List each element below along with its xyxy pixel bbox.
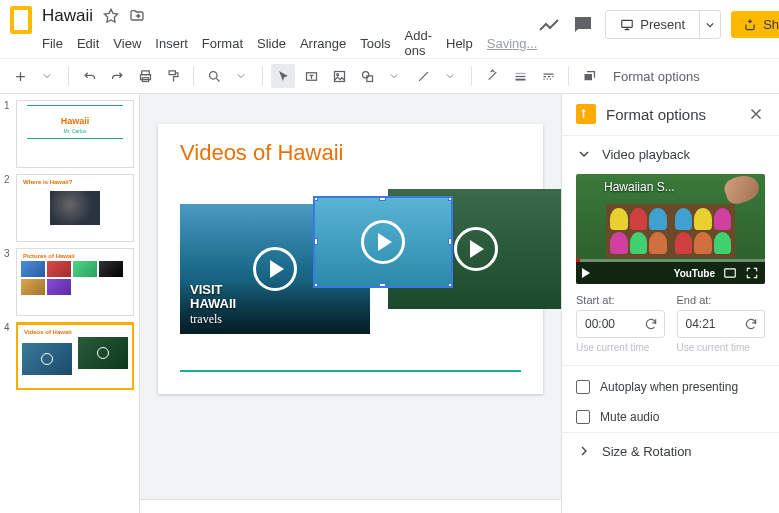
- separator: [193, 66, 194, 86]
- svg-point-9: [362, 71, 368, 77]
- start-time-input[interactable]: 00:00: [576, 310, 665, 338]
- use-current-hint[interactable]: Use current time: [677, 342, 766, 353]
- slide-thumbnails: 1 Hawaii Mr. Carlos 2 Where is Hawaii? 3…: [0, 94, 140, 513]
- resize-handle-ne[interactable]: [448, 196, 453, 201]
- line-tool[interactable]: [411, 64, 435, 88]
- resize-handle-w[interactable]: [313, 238, 318, 245]
- thumb-number: 4: [4, 322, 12, 390]
- star-icon[interactable]: [103, 8, 119, 24]
- crop-tool[interactable]: [480, 64, 504, 88]
- menu-slide[interactable]: Slide: [257, 36, 286, 51]
- section-label: Size & Rotation: [602, 444, 692, 459]
- youtube-fullscreen-icon[interactable]: [745, 266, 759, 280]
- share-button[interactable]: Share: [731, 11, 779, 38]
- menu-edit[interactable]: Edit: [77, 36, 99, 51]
- line-dash-button[interactable]: [536, 64, 560, 88]
- refresh-icon[interactable]: [644, 317, 658, 331]
- menu-file[interactable]: File: [42, 36, 63, 51]
- slide-thumbnail-4[interactable]: Videos of Hawaii: [16, 322, 134, 390]
- checkbox-icon: [576, 380, 590, 394]
- move-to-folder-icon[interactable]: [129, 8, 145, 24]
- resize-handle-s[interactable]: [379, 283, 386, 288]
- shape-dropdown[interactable]: [383, 64, 407, 88]
- svg-rect-0: [622, 20, 633, 27]
- new-slide-button[interactable]: [8, 64, 32, 88]
- slide-thumbnail-1[interactable]: Hawaii Mr. Carlos: [16, 100, 134, 168]
- preview-content: [606, 204, 735, 258]
- section-video-playback[interactable]: Video playback: [562, 135, 779, 170]
- svg-rect-12: [725, 269, 736, 277]
- menu-bar: File Edit View Insert Format Slide Arran…: [42, 28, 537, 58]
- start-time-field: Start at: 00:00 Use current time: [576, 294, 665, 353]
- menu-tools[interactable]: Tools: [360, 36, 390, 51]
- separator: [262, 66, 263, 86]
- print-button[interactable]: [133, 64, 157, 88]
- title-area: Hawaii File Edit View Insert Format Slid…: [42, 6, 537, 58]
- preview-foot: [722, 174, 763, 207]
- textbox-tool[interactable]: [299, 64, 323, 88]
- video-3-selected[interactable]: [313, 196, 453, 288]
- speaker-notes[interactable]: Click to add speaker notes: [140, 499, 561, 513]
- image-tool[interactable]: [327, 64, 351, 88]
- paint-format-button[interactable]: [161, 64, 185, 88]
- share-label: Share: [763, 17, 779, 32]
- current-slide[interactable]: Videos of Hawaii VISIT HAWAII travels: [158, 124, 543, 394]
- panel-title: Format options: [606, 106, 737, 123]
- mute-checkbox[interactable]: Mute audio: [562, 402, 779, 432]
- slide-thumbnail-3[interactable]: Pictures of Hawaii: [16, 248, 134, 316]
- activity-icon[interactable]: [537, 13, 561, 37]
- autoplay-label: Autoplay when presenting: [600, 380, 738, 394]
- separator: [68, 66, 69, 86]
- menu-view[interactable]: View: [113, 36, 141, 51]
- zoom-dropdown[interactable]: [230, 64, 254, 88]
- video-preview[interactable]: Hawaiian S... YouTube: [576, 174, 765, 284]
- start-label: Start at:: [576, 294, 665, 306]
- menu-help[interactable]: Help: [446, 36, 473, 51]
- use-current-hint[interactable]: Use current time: [576, 342, 665, 353]
- youtube-controls: YouTube: [576, 262, 765, 284]
- svg-point-8: [336, 73, 338, 75]
- refresh-icon[interactable]: [744, 317, 758, 331]
- end-time-input[interactable]: 04:21: [677, 310, 766, 338]
- youtube-logo: YouTube: [674, 268, 715, 279]
- chevron-down-icon: [576, 146, 592, 162]
- youtube-cast-icon[interactable]: [723, 266, 737, 280]
- play-icon: [361, 220, 405, 264]
- slide-thumbnail-2[interactable]: Where is Hawaii?: [16, 174, 134, 242]
- redo-button[interactable]: [105, 64, 129, 88]
- zoom-button[interactable]: [202, 64, 226, 88]
- mask-image-button[interactable]: [577, 64, 601, 88]
- menu-arrange[interactable]: Arrange: [300, 36, 346, 51]
- line-dropdown[interactable]: [439, 64, 463, 88]
- section-size-rotation[interactable]: Size & Rotation: [562, 432, 779, 467]
- menu-addons[interactable]: Add-ons: [405, 28, 432, 58]
- close-icon[interactable]: [747, 105, 765, 123]
- resize-handle-e[interactable]: [448, 238, 453, 245]
- present-button[interactable]: Present: [606, 11, 699, 38]
- comments-icon[interactable]: [571, 13, 595, 37]
- thumb-number: 3: [4, 248, 12, 316]
- resize-handle-sw[interactable]: [313, 283, 318, 288]
- present-dropdown[interactable]: [699, 11, 720, 38]
- slide-canvas[interactable]: Videos of Hawaii VISIT HAWAII travels: [140, 94, 561, 513]
- undo-button[interactable]: [77, 64, 101, 88]
- autoplay-checkbox[interactable]: Autoplay when presenting: [562, 372, 779, 402]
- divider: [562, 365, 779, 366]
- slides-logo-icon[interactable]: [10, 6, 32, 34]
- shape-tool[interactable]: [355, 64, 379, 88]
- resize-handle-n[interactable]: [379, 196, 386, 201]
- youtube-play-icon[interactable]: [582, 268, 590, 278]
- format-options-button[interactable]: Format options: [605, 69, 708, 84]
- slide-title[interactable]: Videos of Hawaii: [158, 124, 543, 174]
- document-title[interactable]: Hawaii: [42, 6, 93, 26]
- saving-status: Saving...: [487, 36, 538, 51]
- resize-handle-se[interactable]: [448, 283, 453, 288]
- slide-divider: [180, 370, 521, 372]
- line-weight-button[interactable]: [508, 64, 532, 88]
- resize-handle-nw[interactable]: [313, 196, 318, 201]
- menu-insert[interactable]: Insert: [155, 36, 188, 51]
- menu-format[interactable]: Format: [202, 36, 243, 51]
- new-slide-dropdown[interactable]: [36, 64, 60, 88]
- select-tool[interactable]: [271, 64, 295, 88]
- end-time-field: End at: 04:21 Use current time: [677, 294, 766, 353]
